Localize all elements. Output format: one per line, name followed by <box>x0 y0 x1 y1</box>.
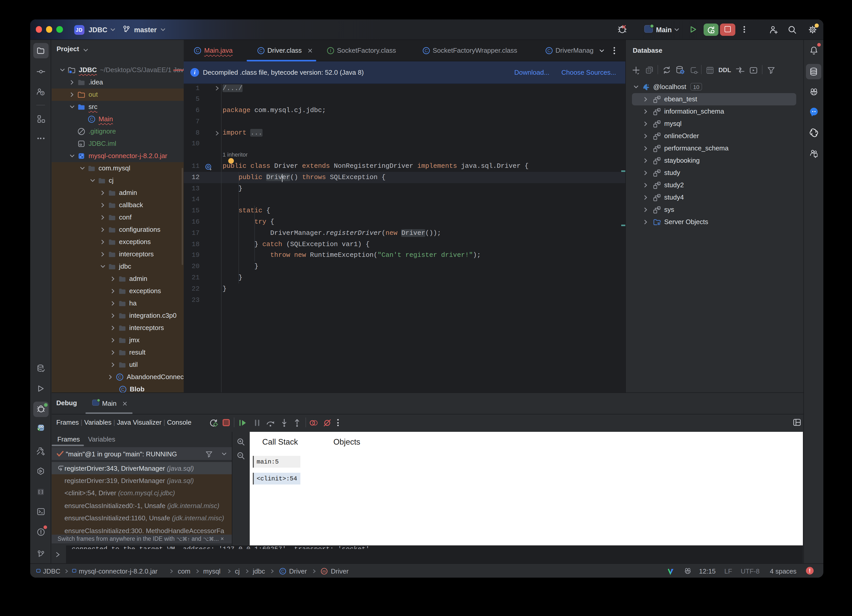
svg-text:C: C <box>424 48 428 53</box>
svg-text:C: C <box>121 387 124 392</box>
svg-text:C: C <box>259 48 262 53</box>
svg-text:I: I <box>330 48 331 53</box>
svg-text:m: m <box>322 569 326 573</box>
svg-text:?: ? <box>41 92 44 95</box>
svg-text:C: C <box>281 569 284 573</box>
svg-text:C: C <box>196 48 199 53</box>
svg-text:C: C <box>547 48 550 53</box>
svg-text:C: C <box>90 117 93 122</box>
svg-text:C: C <box>118 374 121 379</box>
